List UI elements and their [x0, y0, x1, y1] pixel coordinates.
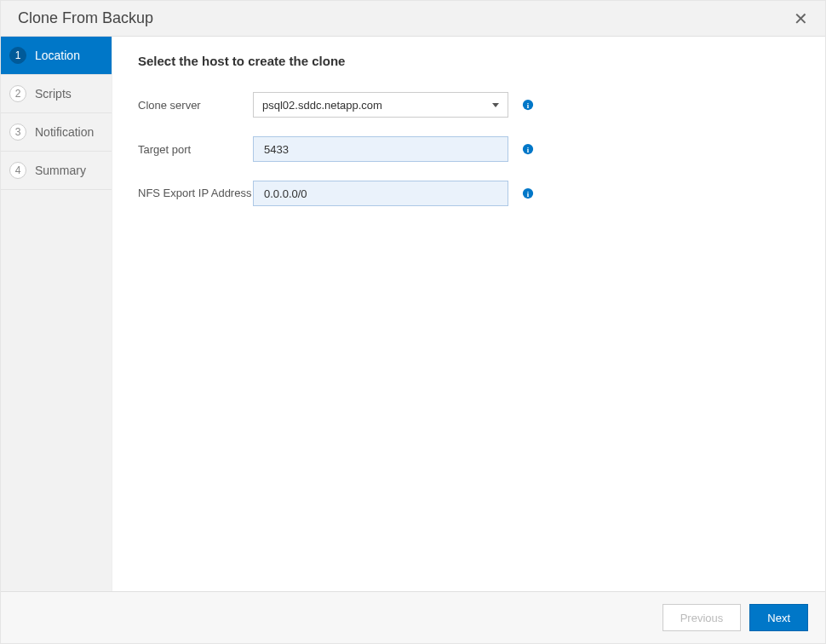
- dialog-header: Clone From Backup ✕: [1, 1, 825, 37]
- content-heading: Select the host to create the clone: [138, 54, 800, 68]
- nfs-export-ip-label: NFS Export IP Address: [138, 186, 253, 201]
- nfs-export-ip-input[interactable]: [253, 181, 508, 206]
- wizard-footer: Previous Next: [1, 591, 825, 643]
- step-scripts[interactable]: 2 Scripts: [1, 75, 112, 113]
- clone-server-label: Clone server: [138, 99, 253, 112]
- clone-server-value: psql02.sddc.netapp.com: [262, 99, 382, 112]
- step-label: Scripts: [35, 87, 72, 101]
- step-number: 2: [9, 85, 26, 102]
- info-icon[interactable]: i: [522, 187, 534, 199]
- close-icon[interactable]: ✕: [794, 10, 808, 27]
- target-port-label: Target port: [138, 143, 253, 156]
- step-number: 1: [9, 47, 26, 64]
- step-summary[interactable]: 4 Summary: [1, 152, 112, 190]
- previous-button[interactable]: Previous: [663, 604, 742, 631]
- info-icon[interactable]: i: [522, 99, 534, 111]
- dialog-title: Clone From Backup: [18, 9, 153, 27]
- step-notification[interactable]: 3 Notification: [1, 113, 112, 152]
- info-icon[interactable]: i: [522, 143, 534, 155]
- wizard-sidebar: 1 Location 2 Scripts 3 Notification 4 Su…: [1, 37, 112, 591]
- step-label: Location: [35, 49, 80, 62]
- next-button[interactable]: Next: [749, 604, 808, 631]
- step-number: 3: [9, 124, 26, 141]
- clone-server-select[interactable]: psql02.sddc.netapp.com: [253, 92, 508, 118]
- step-label: Notification: [35, 125, 94, 139]
- step-location[interactable]: 1 Location: [1, 37, 112, 75]
- step-number: 4: [9, 162, 26, 179]
- wizard-content: Select the host to create the clone Clon…: [112, 37, 825, 591]
- target-port-input[interactable]: [253, 136, 508, 162]
- caret-down-icon: [492, 103, 499, 107]
- step-label: Summary: [35, 164, 86, 177]
